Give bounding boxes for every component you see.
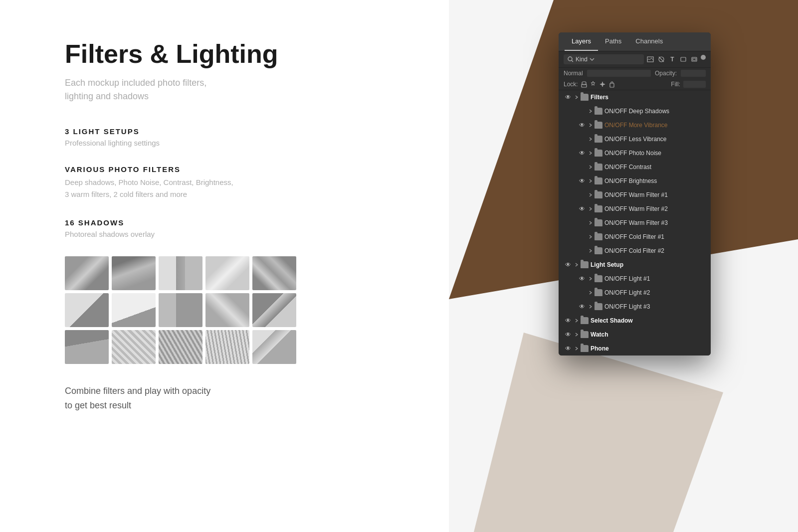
chevron-filters [575,95,579,99]
group-filters[interactable]: 👁 Filters [559,90,711,104]
eye-more-vibrance[interactable]: 👁 [578,121,587,130]
chevron-brightness [589,179,593,183]
layer-name-cold-1: ON/OFF Cold Filter #1 [604,233,706,240]
eye-light-setup[interactable]: 👁 [564,260,573,269]
layer-brightness[interactable]: 👁 ON/OFF Brightness [559,174,711,188]
section1-desc: Professional lighting settings [65,139,404,147]
ps-layers-panel: Layers Paths Channels Kind T [559,32,711,355]
chevron-cold-1 [589,235,593,239]
kind-filter-icons: T [646,55,706,64]
lock-position-icon[interactable] [599,81,606,88]
chevron-warm-3 [589,221,593,225]
cb-warm-3 [569,219,576,226]
layer-name-warm-1: ON/OFF Warm Filter #1 [604,191,706,198]
layer-warm-filter-2[interactable]: 👁 ON/OFF Warm Filter #2 [559,202,711,216]
shadow-thumb-8 [159,293,202,327]
cb-warm-1 [569,191,576,198]
cb-less-vibrance [569,136,576,143]
tab-channels[interactable]: Channels [628,32,670,51]
folder-light-setup-icon [581,261,589,268]
section3-desc: Photoreal shadows overlay [65,230,404,238]
shadow-thumb-11 [65,330,109,364]
eye-warm-2[interactable]: 👁 [578,204,587,213]
layer-deep-shadows[interactable]: ON/OFF Deep Shadows [559,104,711,118]
svg-line-1 [572,60,573,62]
lock-pixels-icon[interactable] [581,81,587,88]
folder-cold-2 [595,247,602,254]
group-select-shadow[interactable]: 👁 Select Shadow [559,314,711,328]
lock-label: Lock: [564,81,578,88]
eye-photo-noise[interactable]: 👁 [578,149,587,158]
filter-adjustment-icon[interactable] [657,55,666,64]
cb-light-3 [569,303,576,310]
folder-cold-1 [595,233,602,240]
tab-layers[interactable]: Layers [565,32,598,51]
chevron-contrast [589,165,593,169]
folder-photo-noise [595,150,602,157]
eye-select-shadow[interactable]: 👁 [564,316,573,325]
background-shadow-bottom [474,333,723,532]
fill-value-bar [683,81,706,88]
shadow-thumb-1 [65,256,109,290]
eye-light-3[interactable]: 👁 [578,302,587,311]
kind-label: Kind [576,56,588,63]
lock-all-icon[interactable] [609,81,615,88]
group-phone[interactable]: 👁 Phone [559,342,711,355]
filter-shape-icon[interactable] [679,55,688,64]
chevron-photo-noise [589,151,593,155]
tab-paths[interactable]: Paths [598,32,628,51]
shadow-thumb-5 [252,256,296,290]
shadow-thumb-10 [252,293,296,327]
layer-more-vibrance[interactable]: 👁 ON/OFF More Vibrance [559,118,711,132]
group-watch[interactable]: 👁 Watch [559,328,711,342]
folder-filters-icon [581,94,589,101]
eye-brightness[interactable]: 👁 [578,177,587,185]
layer-light-1[interactable]: 👁 ON/OFF Light #1 [559,272,711,286]
svg-rect-7 [693,58,696,60]
lock-art-icon[interactable] [590,81,596,88]
layer-photo-noise[interactable]: 👁 ON/OFF Photo Noise [559,146,711,160]
svg-rect-5 [681,57,686,61]
layer-warm-filter-1[interactable]: ON/OFF Warm Filter #1 [559,188,711,202]
filter-smart-icon[interactable] [690,55,699,64]
chevron-light-3 [589,305,593,309]
folder-warm-2 [595,205,602,212]
left-content: Filters & Lighting Each mockup included … [65,40,404,413]
folder-light-2 [595,289,602,296]
group-light-setup[interactable]: 👁 Light Setup [559,258,711,272]
cb-brightness [569,177,576,184]
layer-warm-filter-3[interactable]: ON/OFF Warm Filter #3 [559,216,711,230]
filter-image-icon[interactable] [646,55,655,64]
layer-name-deep-shadows: ON/OFF Deep Shadows [604,108,706,115]
layer-name-cold-2: ON/OFF Cold Filter #2 [604,247,706,254]
eye-watch[interactable]: 👁 [564,330,573,339]
folder-deep-shadows [595,108,602,115]
ps-tabs: Layers Paths Channels [559,32,711,51]
filter-text-icon[interactable]: T [668,55,677,64]
layer-contrast[interactable]: ON/OFF Contrast [559,160,711,174]
section1-heading: 3 LIGHT SETUPS [65,127,404,136]
eye-phone[interactable]: 👁 [564,344,573,353]
blend-mode-label[interactable]: Normal [564,70,583,77]
shadow-thumb-6 [65,293,109,327]
cb-deep-shadows [569,108,576,115]
shadow-thumbnails-grid [65,256,404,364]
lock-icons [581,81,615,88]
cb-cold-2 [569,247,576,254]
filter-dot [701,55,706,60]
eye-light-1[interactable]: 👁 [578,274,587,283]
layer-less-vibrance[interactable]: ON/OFF Less Vibrance [559,132,711,146]
layer-light-3[interactable]: 👁 ON/OFF Light #3 [559,300,711,314]
eye-filters[interactable]: 👁 [564,93,573,102]
page-title: Filters & Lighting [65,40,404,68]
layer-cold-filter-1[interactable]: ON/OFF Cold Filter #1 [559,230,711,244]
kind-selector[interactable]: Kind [564,54,644,64]
cb-contrast [569,164,576,171]
folder-less-vibrance [595,136,602,143]
chevron-warm-1 [589,193,593,197]
layer-name-light-1: ON/OFF Light #1 [604,275,706,282]
folder-phone-icon [581,345,589,352]
layer-light-2[interactable]: ON/OFF Light #2 [559,286,711,300]
layer-cold-filter-2[interactable]: ON/OFF Cold Filter #2 [559,244,711,258]
folder-watch-icon [581,331,589,338]
